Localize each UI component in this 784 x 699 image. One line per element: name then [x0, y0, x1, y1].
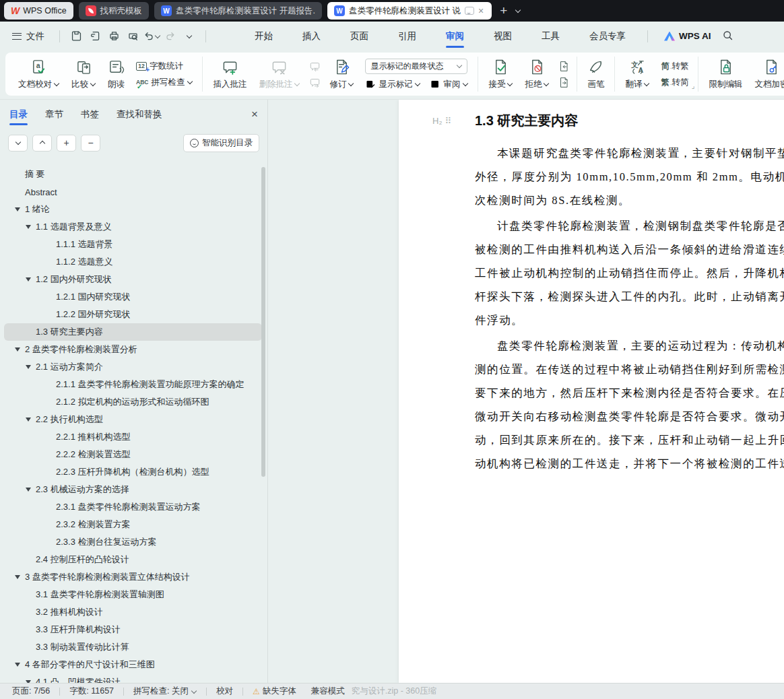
- toc-item[interactable]: 1.1.2 选题意义: [4, 253, 262, 271]
- tab-document-active[interactable]: W 盘类零件轮廓检测装置设计 说 ×: [327, 2, 492, 20]
- show-markup-button[interactable]: 显示标记: [365, 79, 420, 90]
- page-indicator[interactable]: 页面: 7/56: [9, 686, 53, 697]
- tab-docer-templates[interactable]: 找稻壳模板: [79, 2, 150, 20]
- toc-item[interactable]: 2.3.3 检测台往复运动方案: [4, 533, 262, 551]
- toc-item[interactable]: 1.1.1 选题背景: [4, 236, 262, 253]
- toc-item[interactable]: 1.3 研究主要内容: [4, 323, 262, 341]
- toc-item[interactable]: 2.1.2 拟定机构的运动形式和运动循环图: [4, 393, 262, 411]
- toc-item[interactable]: 3.3 制动装置传动比计算: [4, 638, 262, 656]
- pane-tab-contents[interactable]: 目录: [9, 100, 28, 129]
- menu-item-4[interactable]: 审阅: [431, 22, 479, 51]
- quick-toolbar-caret-icon[interactable]: [180, 28, 199, 45]
- delete-comment-button[interactable]: 删除批注: [253, 55, 306, 94]
- expand-all-button[interactable]: [32, 135, 52, 152]
- menu-item-1[interactable]: 插入: [288, 22, 335, 51]
- toc-item[interactable]: 2.3.2 检测装置方案: [4, 516, 262, 533]
- pane-tab-chapters[interactable]: 章节: [45, 100, 63, 129]
- translate-button[interactable]: 文A 翻译: [619, 55, 655, 94]
- file-menu[interactable]: 文件: [26, 30, 44, 42]
- toc-item[interactable]: 4 各部分零件的尺寸设计和三维图: [4, 656, 262, 673]
- doc-proofing-button[interactable]: a 文档校对: [12, 55, 65, 94]
- toc-item[interactable]: 2.3 机械运动方案的选择: [4, 481, 262, 498]
- next-change-button[interactable]: [557, 75, 570, 89]
- insert-comment-button[interactable]: 插入批注: [207, 55, 253, 94]
- document-page[interactable]: H₂ ⠿ 1.3 研究主要内容 本课题研究盘类零件轮廓检测装置，主要针对钢制平垫…: [399, 100, 784, 683]
- toc-item[interactable]: 3.1 盘类零件轮廓检测装置轴测图: [4, 586, 262, 603]
- previous-change-button[interactable]: [557, 59, 570, 73]
- print-preview-button[interactable]: [123, 28, 142, 45]
- expand-group-icon[interactable]: ⌟: [692, 82, 695, 90]
- restrict-editing-button[interactable]: 限制编辑: [703, 55, 748, 94]
- toc-expand-arrow-icon[interactable]: [15, 575, 20, 579]
- compare-button[interactable]: 比较: [65, 55, 102, 94]
- undo-button[interactable]: [142, 28, 161, 45]
- toc-expand-arrow-icon[interactable]: [15, 347, 20, 352]
- next-comment-button[interactable]: [308, 75, 321, 89]
- toc-item[interactable]: 4.1 凸、凹模零件设计: [4, 673, 262, 683]
- toc-item[interactable]: 1.2 国内外研究现状: [4, 271, 262, 288]
- word-count-indicator[interactable]: 字数: 11657: [67, 686, 117, 697]
- word-count-button[interactable]: 12+ 字数统计: [136, 61, 193, 72]
- toc-item[interactable]: 1.2.2 国外研究现状: [4, 306, 262, 323]
- toc-item[interactable]: 2.2.1 推料机构选型: [4, 428, 262, 446]
- toc-expand-arrow-icon[interactable]: [15, 207, 20, 211]
- toc-item[interactable]: 2.3.1 盘类零件轮廓检测装置运动方案: [4, 498, 262, 516]
- toc-item[interactable]: 2.1.1 盘类零件轮廓检测装置功能原理方案的确定: [4, 376, 262, 393]
- export-pdf-button[interactable]: [86, 28, 104, 45]
- heading-level-marker[interactable]: H₂ ⠿: [432, 116, 451, 126]
- toc-expand-arrow-icon[interactable]: [15, 663, 20, 667]
- toc-item[interactable]: 摘 要: [4, 166, 262, 183]
- menu-item-3[interactable]: 引用: [383, 22, 431, 51]
- menu-item-0[interactable]: 开始: [240, 22, 288, 51]
- simplified-to-traditional-button[interactable]: 简→ 转繁: [661, 61, 688, 72]
- tab-list-caret-icon[interactable]: [515, 8, 521, 13]
- missing-font-warning[interactable]: ⚠ 缺失字体: [250, 686, 299, 697]
- zoom-out-outline-button[interactable]: −: [81, 135, 100, 152]
- collapse-all-button[interactable]: [8, 135, 28, 152]
- proofread-button[interactable]: 校对: [214, 686, 236, 697]
- search-icon[interactable]: [722, 30, 733, 43]
- toc-scrollbar[interactable]: [261, 167, 265, 477]
- toc-item[interactable]: 3 盘类零件轮廓检测检测装置立体结构设计: [4, 568, 262, 586]
- smart-toc-button[interactable]: 智能识别目录: [183, 134, 259, 152]
- toc-item[interactable]: Abstract: [4, 183, 262, 201]
- close-tab-icon[interactable]: ×: [477, 5, 485, 16]
- menu-item-6[interactable]: 工具: [527, 22, 575, 51]
- markup-state-select[interactable]: 显示标记的最终状态: [365, 59, 467, 74]
- toc-item[interactable]: 1.2.1 国内研究现状: [4, 288, 262, 306]
- ink-pen-button[interactable]: 画笔: [581, 55, 610, 94]
- save-button[interactable]: [67, 28, 86, 45]
- toc-item[interactable]: 2.2.2 检测装置选型: [4, 446, 262, 463]
- menu-item-7[interactable]: 会员专享: [575, 22, 641, 51]
- toc-expand-arrow-icon[interactable]: [26, 488, 31, 492]
- toc-item[interactable]: 2.2.3 压杆升降机构（检测台机构）选型: [4, 463, 262, 481]
- spellcheck-status[interactable]: 拼写检查: 关闭: [131, 686, 199, 697]
- toc-item[interactable]: 1.1 选题背景及意义: [4, 218, 262, 236]
- toc-item[interactable]: 1 绪论: [4, 201, 262, 218]
- hamburger-icon[interactable]: [12, 33, 22, 40]
- new-tab-button[interactable]: +: [497, 3, 510, 18]
- zoom-in-outline-button[interactable]: +: [57, 135, 76, 152]
- drag-handle-icon[interactable]: ⠿: [445, 116, 451, 126]
- pane-tab-find-replace[interactable]: 查找和替换: [117, 100, 162, 129]
- menu-item-5[interactable]: 视图: [479, 22, 527, 51]
- accept-change-button[interactable]: 接受: [482, 55, 519, 94]
- tab-document-report[interactable]: W 盘类零件轮廓检测装置设计 开题报告.: [154, 2, 322, 20]
- wps-ai-button[interactable]: WPS AI: [664, 31, 711, 41]
- toc-item[interactable]: 2.1 运动方案简介: [4, 358, 262, 376]
- track-changes-button[interactable]: 修订: [323, 55, 360, 94]
- toc-item[interactable]: 3.3 压杆升降机构设计: [4, 621, 262, 638]
- toc-item[interactable]: 2 盘类零件轮廓检测装置分析: [4, 341, 262, 358]
- toc-item[interactable]: 2.4 控制压杆的凸轮设计: [4, 551, 262, 568]
- toc-expand-arrow-icon[interactable]: [26, 365, 31, 369]
- traditional-to-simplified-button[interactable]: 繁→ 转简: [661, 77, 688, 88]
- encrypt-document-button[interactable]: 文档加密: [748, 55, 784, 94]
- print-button[interactable]: [104, 28, 123, 45]
- pane-tab-bookmarks[interactable]: 书签: [81, 100, 99, 129]
- tab-wps-office[interactable]: W WPS Office: [4, 2, 73, 20]
- spell-check-button[interactable]: ABC✓ 拼写检查: [136, 77, 193, 88]
- previous-comment-button[interactable]: [308, 59, 321, 73]
- toc-expand-arrow-icon[interactable]: [26, 277, 31, 281]
- close-pane-icon[interactable]: ×: [251, 108, 258, 121]
- toc-item[interactable]: 2.2 执行机构选型: [4, 411, 262, 428]
